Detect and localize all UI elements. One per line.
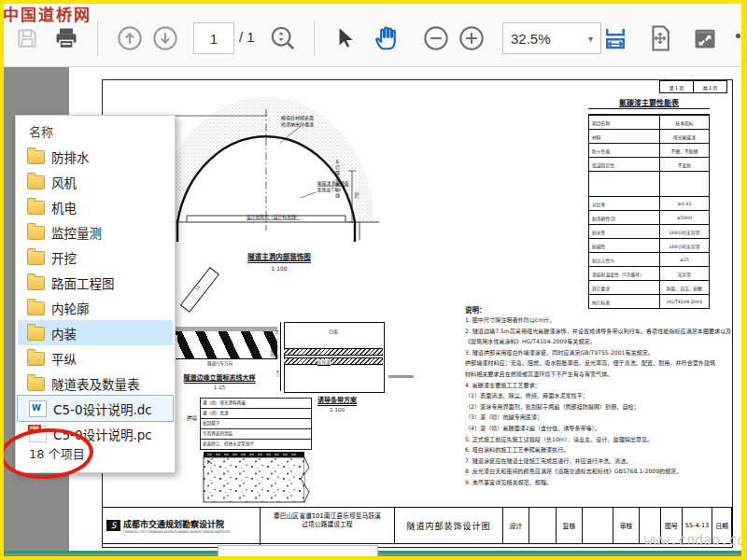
list-item[interactable]: 内装 — [18, 320, 173, 345]
lining-label-2: 喷涂纳米外墙漆 — [281, 121, 314, 128]
pdf-toolbar: 1 / 1 32.5% ▾ — [4, 4, 741, 67]
row-label: 低温稳定性 — [589, 158, 660, 171]
list-item[interactable]: 隧道表及数量表 — [18, 371, 173, 396]
list-item[interactable]: 机电 — [18, 194, 173, 219]
save-icon[interactable] — [13, 24, 41, 52]
zoom-in-icon[interactable] — [458, 24, 486, 52]
traffic-direction-label: 隧道行车方向 — [162, 360, 277, 366]
guidance-band — [284, 357, 383, 365]
list-item[interactable]: 路面工程图 — [18, 270, 173, 295]
note-line: 2. 隧道边墙7.5m高采用哑光氟碳漆涂饰，并设置成诱导条带以利行车。各项性能指… — [465, 326, 732, 337]
company-name-en: CHENGDU CITY COMMUNICATION PLANNING SURV… — [123, 530, 231, 534]
row-label: 对比率 — [589, 197, 660, 210]
band-material-label: 反光漆 — [317, 359, 331, 366]
list-item[interactable]: 风机 — [18, 169, 173, 194]
frame-border-right — [741, 0, 747, 560]
next-page-icon[interactable] — [151, 24, 179, 52]
frame-border-left — [0, 0, 4, 560]
lining-label-1: 模筑砼衬砌表面 — [281, 115, 314, 121]
file-icon — [27, 175, 45, 189]
item-label: 监控量测 — [51, 223, 102, 242]
note-line: 《建筑用水性氟涂料》HG/T4104-2009有关规定。 — [465, 336, 732, 347]
list-item[interactable]: 防排水 — [18, 144, 173, 169]
fit-width-icon[interactable] — [601, 24, 629, 52]
row-label: 耐洗刷性/次 — [589, 211, 660, 224]
performance-table-title: 氟碳漆主要性能表 — [588, 97, 710, 109]
table-row — [589, 171, 709, 196]
band-top-label: 白色 — [284, 328, 383, 334]
coating-row: 表面除尘、修缮水泥浆找平 — [200, 439, 312, 450]
row-value: 哑光氟碳漆 — [660, 130, 709, 143]
row-value: ≥5000 — [660, 211, 709, 224]
title-block: S 成都市交通规划勘察设计院 CHENGDU CITY COMMUNICATIO… — [102, 507, 733, 544]
guide-band-title: 诱导条带方案 — [317, 397, 357, 406]
project-line-1: 秦巴山区省道101南江县乐坝至马跃溪 — [261, 512, 395, 521]
previous-page-icon[interactable] — [116, 24, 144, 52]
note-line: （3）滚（喷）抗碱专用底漆； — [465, 412, 732, 423]
coating-layers-table: 拱墙 滚（喷）哑光涂料两遍滚（喷）底漆批刮腻子专用界面剂涂装表面除尘、修缮水泥浆… — [200, 399, 312, 450]
list-item[interactable]: C5-0设计说明.dc — [18, 396, 173, 421]
coating-row: 滚（喷）底漆 — [200, 408, 312, 419]
dimension-line — [280, 322, 281, 391]
field-label: 设计 — [502, 508, 529, 543]
table-row: 涂层耐温变性（5次循环） 无异常 — [589, 266, 709, 280]
table-row: 防火性能 不燃、不助燃 — [589, 143, 709, 157]
panel-toggle-dot[interactable] — [736, 34, 740, 38]
list-item[interactable]: 开挖 — [18, 245, 173, 270]
coating-top-label-1: 氟碳漆涂装顶面 — [317, 180, 349, 187]
file-icon — [29, 400, 47, 417]
arch-scale: 1:100 — [218, 265, 340, 272]
concrete-section-graphic — [202, 451, 312, 507]
zoom-out-icon[interactable] — [422, 24, 450, 52]
file-icon — [27, 201, 45, 215]
item-label: 隧道表及数量表 — [51, 374, 140, 393]
field-value — [582, 508, 613, 543]
marquee-zoom-icon[interactable] — [269, 24, 297, 52]
table-row: 材料 哑光氟碳漆 — [589, 129, 709, 143]
project-cell: 秦巴山区省道101南江县乐坝至马跃溪 过境公路建设工程 — [260, 508, 395, 548]
sheet-page-header: 第 1 页 共 1 页 — [659, 80, 727, 93]
fit-page-icon[interactable] — [646, 24, 674, 52]
file-icon — [27, 150, 45, 164]
note-line: 材料相关要求且在燃烧或高温环境下不产生有毒有害气体。 — [465, 369, 732, 380]
fullscreen-icon[interactable] — [691, 24, 719, 52]
toolbar-separator — [97, 21, 98, 56]
item-label: 开挖 — [51, 248, 77, 267]
file-icon — [27, 226, 45, 240]
row-label: 项目名称 — [589, 116, 660, 129]
note-line: 3. 隧道拱部采用哑白外墙漆涂装，同时应满足GB/T9755-2001有关规定。 — [465, 347, 732, 358]
page-number-input[interactable]: 1 — [193, 22, 234, 54]
performance-table-body: 项目名称 技术指标 材料 哑光氟碳漆 防火性能 不燃、不助燃 — [588, 114, 710, 309]
list-item[interactable]: 监控量测 — [18, 219, 173, 245]
item-label: 防排水 — [51, 147, 90, 166]
internal-section: 内部剖面图 — [202, 451, 312, 507]
coating-rows: 滚（喷）哑光涂料两遍滚（喷）底漆批刮腻子专用界面剂涂装表面除尘、修缮水泥浆找平 — [200, 398, 312, 449]
company-logo-icon: S — [106, 520, 120, 531]
dim-label: 74 — [275, 330, 279, 335]
page-count-label: / 1 — [239, 29, 255, 45]
zoom-level-select[interactable]: 32.5% ▾ — [502, 22, 601, 54]
file-icon — [27, 377, 45, 391]
dim-label: 10 — [275, 345, 279, 350]
project-line-2: 过境公路建设工程 — [261, 521, 395, 529]
list-item[interactable]: 平纵 — [18, 345, 173, 371]
dim-right-label: 750 — [355, 191, 359, 199]
row-label: 耐沾污性% — [589, 253, 660, 266]
hand-tool-icon[interactable] — [374, 24, 402, 52]
item-label: C5-0设计说明.dc — [53, 399, 152, 418]
row-value: 无异常 — [660, 267, 709, 280]
frame-border-top — [0, 0, 747, 4]
table-row: 对比率 ≥0.93 — [589, 196, 709, 210]
sheet-page-label: 第 1 页 — [660, 81, 693, 92]
column-header-name[interactable]: 名称 — [29, 122, 53, 140]
row-label: 防火性能 — [589, 144, 660, 157]
select-tool-icon[interactable] — [331, 24, 359, 52]
file-icon — [27, 352, 45, 366]
notes-block: 说明： 1. 图中尺寸除注明者外均以cm计。2. 隧道边墙7.5m高采用哑光氟碳… — [465, 304, 732, 488]
print-icon[interactable] — [52, 24, 80, 52]
drawing-title-cell: 隧道内部装饰设计图 — [394, 508, 501, 543]
item-label: 平纵 — [51, 349, 77, 368]
row-label: 耐碱性 — [589, 239, 660, 252]
file-icon — [27, 327, 45, 341]
list-item[interactable]: 内轮廓 — [18, 295, 173, 320]
